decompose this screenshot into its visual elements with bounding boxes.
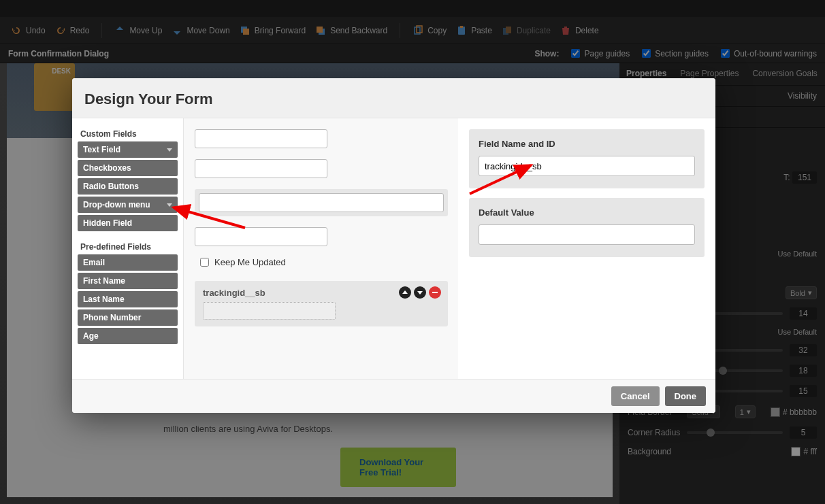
- form-field-4[interactable]: [195, 227, 327, 246]
- field-type-radio-buttons[interactable]: Radio Buttons: [78, 178, 178, 195]
- design-form-dialog: Design Your Form Custom Fields Text Fiel…: [72, 78, 715, 413]
- field-predef-email[interactable]: Email: [78, 254, 178, 271]
- form-field-3-selected[interactable]: [199, 193, 444, 212]
- field-name-id-label: Field Name and ID: [479, 139, 695, 149]
- field-predef-first-name[interactable]: First Name: [78, 273, 178, 289]
- form-field-2[interactable]: [195, 159, 327, 178]
- field-type-hidden-field[interactable]: Hidden Field: [78, 215, 178, 231]
- predefined-fields-label: Pre-defined Fields: [78, 238, 178, 254]
- form-preview: Keep Me Updated trackingid__sb: [184, 118, 458, 379]
- hidden-field-value-box: [203, 302, 336, 320]
- cancel-button[interactable]: Cancel: [611, 386, 660, 406]
- field-type-text-field[interactable]: Text Field: [78, 141, 178, 158]
- field-name-id-input[interactable]: [479, 156, 695, 176]
- move-down-icon[interactable]: [414, 286, 426, 299]
- dialog-header: Design Your Form: [72, 78, 715, 118]
- keep-me-updated-checkbox[interactable]: Keep Me Updated: [195, 257, 447, 267]
- move-up-icon[interactable]: [399, 286, 411, 299]
- field-palette: Custom Fields Text Field Checkboxes Radi…: [72, 118, 184, 379]
- custom-fields-label: Custom Fields: [78, 125, 178, 141]
- field-predef-age[interactable]: Age: [78, 328, 178, 344]
- default-value-input[interactable]: [479, 224, 695, 245]
- field-predef-last-name[interactable]: Last Name: [78, 291, 178, 307]
- default-value-label: Default Value: [479, 207, 695, 218]
- svg-rect-10: [432, 292, 438, 293]
- dialog-title: Design Your Form: [84, 90, 703, 108]
- form-field-1[interactable]: [195, 129, 327, 148]
- field-type-checkboxes[interactable]: Checkboxes: [78, 160, 178, 176]
- remove-icon[interactable]: [429, 286, 441, 299]
- field-predef-phone-number[interactable]: Phone Number: [78, 309, 178, 326]
- hidden-field-item[interactable]: trackingid__sb: [195, 281, 448, 326]
- field-properties: Field Name and ID Default Value: [458, 118, 715, 379]
- field-type-dropdown[interactable]: Drop-down menu: [78, 197, 178, 213]
- done-button[interactable]: Done: [665, 386, 707, 406]
